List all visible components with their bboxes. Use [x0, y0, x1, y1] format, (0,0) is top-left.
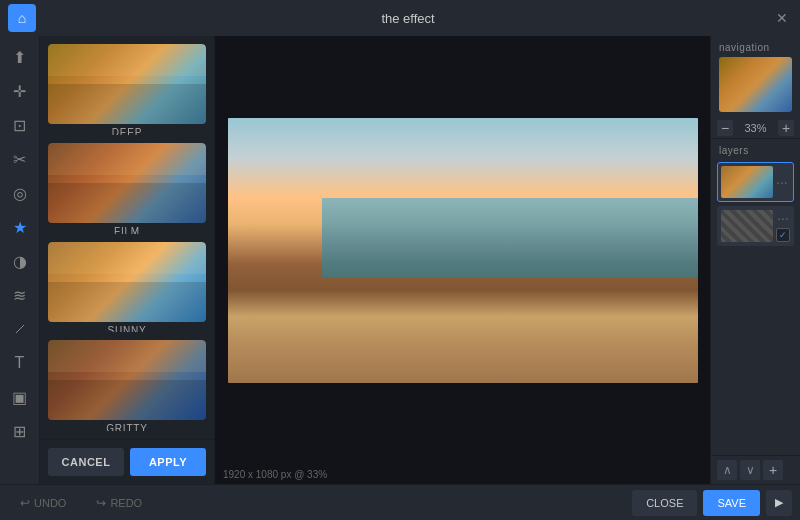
right-panel: navigation − 33% + layers ··· — [710, 36, 800, 484]
effect-sunny-thumb — [48, 242, 206, 322]
redo-button[interactable]: ↪ REDO — [84, 490, 154, 516]
close-button[interactable]: CLOSE — [632, 490, 697, 516]
home-button[interactable]: ⌂ — [8, 4, 36, 32]
effect-deep-thumb — [48, 44, 206, 124]
texture-icon: ≋ — [13, 286, 26, 305]
home-icon: ⌂ — [18, 10, 26, 26]
effects-icon: ★ — [13, 218, 27, 237]
effects-panel: DEEP FILM SUNNY GRITTY CANCEL APPLY — [40, 36, 215, 484]
layer-dots-icon: ··· — [776, 174, 788, 190]
redo-icon: ↪ — [96, 496, 106, 510]
plus-icon: + — [782, 121, 790, 135]
effect-gritty-label: GRITTY — [48, 420, 206, 431]
bottom-bar: ↩ UNDO ↪ REDO CLOSE SAVE ▶ — [0, 484, 800, 520]
effect-film-label: FILM — [48, 223, 206, 234]
undo-label: UNDO — [34, 497, 66, 509]
undo-icon: ↩ — [20, 496, 30, 510]
canvas-area: 1920 x 1080 px @ 33% — [215, 36, 710, 484]
nav-up-button[interactable]: ∧ — [717, 460, 737, 480]
down-icon: ∨ — [746, 463, 755, 477]
navigation-thumbnail — [719, 57, 792, 112]
tone-tool[interactable]: ◑ — [5, 246, 35, 276]
layer-meta-1: ··· — [776, 174, 788, 190]
layer-thumb-2 — [721, 210, 773, 242]
adjust-icon: ◎ — [13, 184, 27, 203]
healing-tool[interactable]: ⟋ — [5, 314, 35, 344]
layer-dots-2-icon: ··· — [777, 210, 789, 226]
gallery-tool[interactable]: ⊞ — [5, 416, 35, 446]
layer-item-1[interactable]: ··· — [717, 162, 794, 202]
window-title: the effect — [44, 11, 772, 26]
cut-tool[interactable]: ✂ — [5, 144, 35, 174]
healing-icon: ⟋ — [12, 320, 28, 338]
effect-sunny-label: SUNNY — [48, 322, 206, 333]
effects-list: DEEP FILM SUNNY GRITTY — [40, 36, 214, 439]
adjust-tool[interactable]: ◎ — [5, 178, 35, 208]
cancel-button[interactable]: CANCEL — [48, 448, 124, 476]
layer-thumb-bg2 — [721, 210, 773, 242]
effect-gritty[interactable]: GRITTY — [48, 340, 206, 431]
crop-tool[interactable]: ⊡ — [5, 110, 35, 140]
import-icon: ⬆ — [13, 48, 26, 67]
zoom-in-button[interactable]: + — [778, 120, 794, 136]
effect-film-thumb — [48, 143, 206, 223]
frame-tool[interactable]: ▣ — [5, 382, 35, 412]
gallery-icon: ⊞ — [13, 422, 26, 441]
layer-item-2[interactable]: ··· ✓ — [717, 206, 794, 246]
canvas-info: 1920 x 1080 px @ 33% — [215, 465, 710, 484]
close-icon: ✕ — [776, 10, 788, 26]
navigation-label: navigation — [711, 36, 800, 57]
layer-check-icon: ✓ — [776, 228, 790, 242]
nav-down-button[interactable]: ∨ — [740, 460, 760, 480]
layer-thumb-1 — [721, 166, 773, 198]
nav-thumb-bg — [719, 57, 792, 112]
zoom-row: − 33% + — [711, 118, 800, 139]
minus-icon: − — [721, 121, 729, 135]
top-bar: ⌂ the effect ✕ — [0, 0, 800, 36]
effect-sunny[interactable]: SUNNY — [48, 242, 206, 333]
effects-tool[interactable]: ★ — [5, 212, 35, 242]
tone-icon: ◑ — [13, 252, 27, 271]
effect-deep-label: DEEP — [48, 124, 206, 135]
main-area: ⬆ ✛ ⊡ ✂ ◎ ★ ◑ ≋ ⟋ T ▣ ⊞ — [0, 36, 800, 484]
effect-film[interactable]: FILM — [48, 143, 206, 234]
texture-tool[interactable]: ≋ — [5, 280, 35, 310]
undo-button[interactable]: ↩ UNDO — [8, 490, 78, 516]
effect-deep[interactable]: DEEP — [48, 44, 206, 135]
import-tool[interactable]: ⬆ — [5, 42, 35, 72]
canvas-container — [215, 36, 710, 465]
left-toolbar: ⬆ ✛ ⊡ ✂ ◎ ★ ◑ ≋ ⟋ T ▣ ⊞ — [0, 36, 40, 484]
layer-meta-2: ··· ✓ — [776, 210, 790, 242]
layer-thumb-bg1 — [721, 166, 773, 198]
save-button[interactable]: SAVE — [703, 490, 760, 516]
move-icon: ✛ — [13, 82, 26, 101]
up-icon: ∧ — [723, 463, 732, 477]
add-layer-button[interactable]: + — [763, 460, 783, 480]
layers-label: layers — [711, 141, 800, 160]
effect-gritty-thumb — [48, 340, 206, 420]
right-bottom: ∧ ∨ + — [711, 455, 800, 484]
cut-icon: ✂ — [13, 150, 26, 169]
canvas-image — [228, 118, 698, 383]
effects-bottom: CANCEL APPLY — [40, 439, 214, 484]
expand-icon: ▶ — [775, 496, 783, 509]
text-tool[interactable]: T — [5, 348, 35, 378]
frame-icon: ▣ — [12, 388, 27, 407]
redo-label: REDO — [110, 497, 142, 509]
expand-button[interactable]: ▶ — [766, 490, 792, 516]
text-icon: T — [15, 354, 25, 372]
apply-button[interactable]: APPLY — [130, 448, 206, 476]
crop-icon: ⊡ — [13, 116, 26, 135]
close-window-button[interactable]: ✕ — [772, 8, 792, 28]
move-tool[interactable]: ✛ — [5, 76, 35, 106]
zoom-value: 33% — [737, 122, 774, 134]
zoom-out-button[interactable]: − — [717, 120, 733, 136]
canvas-background — [228, 118, 698, 383]
add-layer-icon: + — [769, 462, 777, 478]
